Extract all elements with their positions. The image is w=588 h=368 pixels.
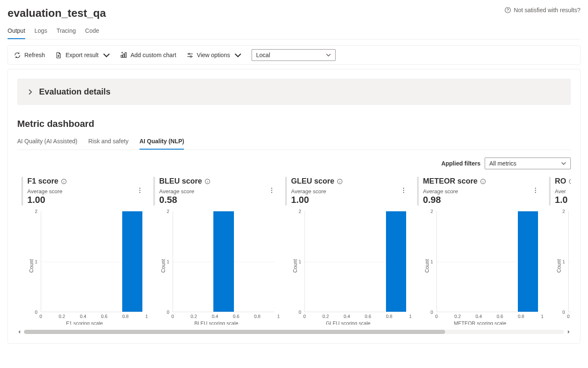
chart-plus-icon xyxy=(120,52,127,59)
scroll-thumb[interactable] xyxy=(24,330,445,334)
x-tick: 0.4 xyxy=(80,314,86,319)
refresh-button[interactable]: Refresh xyxy=(14,52,45,59)
tab-logs[interactable]: Logs xyxy=(34,27,47,39)
x-tick: 0.4 xyxy=(344,314,350,319)
metric-chart: 012 00.20.40.60.81 Count xyxy=(549,207,571,325)
x-tick: 0 xyxy=(39,314,42,319)
card-menu-button[interactable] xyxy=(400,187,407,195)
tab-tracing[interactable]: Tracing xyxy=(56,27,76,39)
info-icon[interactable] xyxy=(480,179,486,184)
histogram-bar xyxy=(213,211,234,312)
feedback-label: Not satisfied with results? xyxy=(514,7,580,13)
content-panel: Evaluation details Metric dashboard AI Q… xyxy=(8,69,580,344)
export-label: Export result xyxy=(66,52,99,58)
card-menu-button[interactable] xyxy=(532,187,539,195)
applied-filters-value: All metrics xyxy=(489,160,517,167)
sliders-icon xyxy=(186,52,194,59)
scroll-left-icon[interactable] xyxy=(17,330,21,334)
applied-filters-label: Applied filters xyxy=(441,160,480,167)
svg-rect-3 xyxy=(123,54,124,58)
x-axis-title: F1 scoring scale xyxy=(21,321,147,325)
applied-filters-select[interactable]: All metrics xyxy=(485,158,571,169)
metric-card: BLEU score Average score 0.58 012 00.20.… xyxy=(149,175,279,325)
avg-label: Average score xyxy=(423,188,543,195)
card-menu-button[interactable] xyxy=(268,187,275,195)
info-icon[interactable] xyxy=(569,179,571,184)
subtab-risk-safety[interactable]: Risk and safety xyxy=(88,134,129,150)
metric-title: RO xyxy=(555,177,566,186)
y-tick: 0 xyxy=(35,310,37,315)
info-icon[interactable] xyxy=(205,179,210,184)
svg-point-23 xyxy=(569,179,571,184)
help-circle-icon xyxy=(504,7,511,13)
main-tabs: Output Logs Tracing Code xyxy=(8,27,580,39)
x-axis-title: BLEU scoring scale xyxy=(153,321,279,325)
x-tick: 0.6 xyxy=(497,314,503,319)
x-tick: 0.2 xyxy=(191,314,197,319)
x-tick: 0.8 xyxy=(518,314,524,319)
y-tick: 2 xyxy=(430,209,433,214)
scope-value: Local xyxy=(256,52,270,58)
x-tick: 1 xyxy=(145,314,148,319)
metric-chart: 012 00.20.40.60.81 Count F1 scoring scal… xyxy=(21,207,147,325)
more-vertical-icon xyxy=(268,187,275,194)
more-vertical-icon xyxy=(400,187,407,194)
histogram-bar xyxy=(518,211,538,312)
more-vertical-icon xyxy=(136,187,143,194)
add-custom-chart-button[interactable]: Add custom chart xyxy=(120,52,176,59)
card-menu-button[interactable] xyxy=(136,187,143,195)
svg-point-13 xyxy=(271,190,272,191)
avg-label: Average score xyxy=(27,188,147,195)
svg-point-17 xyxy=(403,190,404,191)
y-axis-title: Count xyxy=(556,259,562,273)
tab-code[interactable]: Code xyxy=(85,27,99,39)
svg-point-10 xyxy=(139,192,140,193)
view-options-label: View options xyxy=(197,52,230,58)
y-tick: 0 xyxy=(167,310,169,315)
svg-point-22 xyxy=(535,192,536,193)
chevron-down-icon xyxy=(326,53,331,58)
export-result-button[interactable]: Export result xyxy=(55,52,110,59)
info-icon[interactable] xyxy=(61,179,67,184)
svg-point-12 xyxy=(271,188,272,189)
y-tick: 2 xyxy=(35,209,37,214)
y-tick: 0 xyxy=(562,310,565,315)
scroll-track[interactable] xyxy=(24,330,564,334)
x-tick: 0.8 xyxy=(386,314,392,319)
x-tick: 0.6 xyxy=(101,314,108,319)
scroll-right-icon[interactable] xyxy=(567,330,571,334)
evaluation-details-toggle[interactable]: Evaluation details xyxy=(17,79,571,105)
avg-label: Average score xyxy=(159,188,279,195)
x-tick: 0.8 xyxy=(122,314,129,319)
x-axis-title: METEOR scoring scale xyxy=(417,321,543,325)
feedback-link[interactable]: Not satisfied with results? xyxy=(504,7,580,13)
svg-point-8 xyxy=(139,188,140,189)
avg-value: 1.00 xyxy=(291,195,411,205)
x-tick: 0.4 xyxy=(475,314,482,319)
avg-label: Average score xyxy=(291,188,411,195)
x-axis-title: GLEU scoring scale xyxy=(285,321,411,325)
chevron-down-icon xyxy=(103,52,110,59)
x-tick: 0.2 xyxy=(323,314,329,319)
histogram-bar xyxy=(122,211,142,312)
chevron-right-icon xyxy=(27,89,33,95)
evaluation-details-title: Evaluation details xyxy=(39,87,110,97)
svg-rect-2 xyxy=(121,55,122,57)
tab-output[interactable]: Output xyxy=(8,27,25,39)
refresh-label: Refresh xyxy=(24,52,45,58)
page-title: evaluation_test_qa xyxy=(8,7,106,20)
subtab-ai-quality-assisted[interactable]: AI Quality (AI Assisted) xyxy=(17,134,77,150)
info-icon[interactable] xyxy=(337,179,343,184)
metric-title: F1 score xyxy=(27,177,58,186)
export-icon xyxy=(55,52,62,59)
view-options-button[interactable]: View options xyxy=(186,52,242,59)
metric-cards-row: F1 score Average score 1.00 012 00.20.40… xyxy=(17,175,571,325)
y-tick: 2 xyxy=(167,209,169,214)
scope-select[interactable]: Local xyxy=(252,49,336,61)
x-tick: 0.8 xyxy=(254,314,260,319)
svg-point-14 xyxy=(271,192,272,193)
x-tick: 0 xyxy=(567,314,570,319)
avg-label: Aver xyxy=(555,188,571,195)
subtab-ai-quality-nlp[interactable]: AI Quality (NLP) xyxy=(139,134,184,150)
horizontal-scrollbar[interactable] xyxy=(17,330,571,334)
